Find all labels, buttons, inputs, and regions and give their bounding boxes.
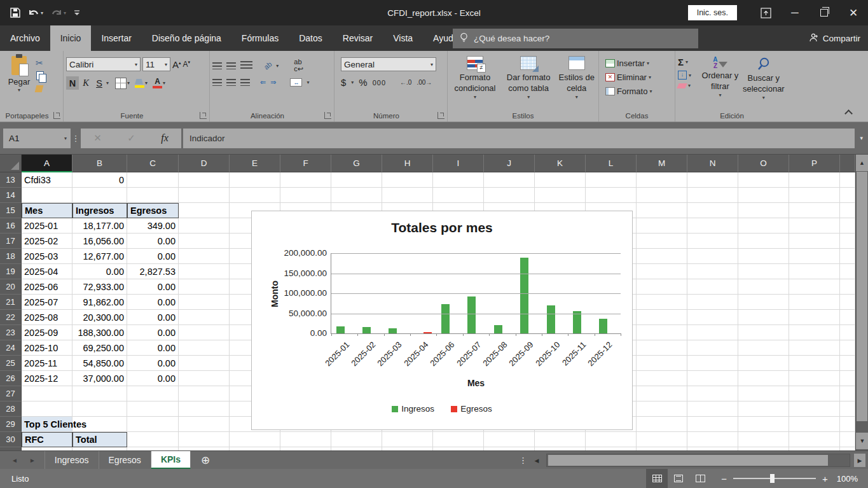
cell-A23[interactable]: 2025-09 — [22, 325, 72, 340]
cell-C22[interactable]: 0.00 — [127, 310, 179, 325]
font-dialog-launcher[interactable] — [200, 112, 207, 119]
chart-bar-ingresos-2025-02[interactable] — [362, 327, 371, 333]
cell-O30[interactable] — [738, 432, 789, 447]
zoom-slider[interactable] — [733, 478, 816, 479]
alignment-dialog-launcher[interactable] — [324, 112, 331, 119]
column-header-B[interactable]: B — [72, 155, 127, 172]
row-header-23[interactable]: 23 — [0, 325, 22, 340]
borders-icon[interactable] — [115, 78, 127, 89]
cell-D19[interactable] — [179, 264, 230, 279]
cell-M30[interactable] — [637, 432, 687, 447]
save-icon[interactable] — [10, 8, 20, 18]
chart-bar-ingresos-2025-10[interactable] — [547, 305, 555, 333]
cell-N26[interactable] — [687, 371, 738, 386]
cell-A17[interactable]: 2025-02 — [22, 234, 72, 249]
cell-P14[interactable] — [789, 188, 840, 203]
row-header-21[interactable]: 21 — [0, 295, 22, 310]
clipboard-dialog-launcher[interactable] — [53, 112, 60, 119]
column-header-D[interactable]: D — [179, 155, 230, 172]
align-middle-icon[interactable] — [226, 62, 236, 69]
font-size-select[interactable]: 11▾ — [142, 57, 170, 71]
redo-button[interactable]: ▾ — [51, 8, 66, 17]
ribbon-tab-datos[interactable]: Datos — [289, 25, 333, 51]
column-header-N[interactable]: N — [687, 155, 738, 172]
horizontal-scrollbar[interactable]: ⋮ ◀ ▶ — [519, 451, 865, 470]
increase-decimal-icon[interactable]: ←.0 — [400, 79, 411, 86]
cell-M20[interactable] — [637, 279, 687, 295]
cell-A28[interactable] — [22, 401, 72, 417]
cell-E14[interactable] — [230, 188, 280, 203]
row-header-22[interactable]: 22 — [0, 310, 22, 325]
find-select-button[interactable]: Buscar y seleccionar ▾ — [741, 57, 786, 101]
cell-H30[interactable] — [382, 432, 433, 447]
cell-M29[interactable] — [637, 417, 687, 432]
tab-split-handle-icon[interactable]: ⋮ — [519, 456, 527, 465]
cell-A13[interactable]: Cfdi33 — [22, 172, 72, 188]
column-header-O[interactable]: O — [738, 155, 789, 172]
cell-N29[interactable] — [687, 417, 738, 432]
page-break-view-button[interactable] — [689, 469, 711, 488]
cell-M15[interactable] — [637, 203, 687, 218]
cell-O29[interactable] — [738, 417, 789, 432]
cell-A18[interactable]: 2025-03 — [22, 249, 72, 264]
formula-bar-expand-icon[interactable]: ▾ — [855, 135, 868, 141]
scroll-down-icon[interactable]: ▼ — [856, 433, 868, 449]
cell-N25[interactable] — [687, 356, 738, 371]
clear-button[interactable]: ▾ — [678, 83, 699, 88]
cell-I14[interactable] — [433, 188, 484, 203]
name-box[interactable]: A1 ▾ — [3, 129, 71, 148]
cell-N16[interactable] — [687, 218, 738, 234]
column-header-H[interactable]: H — [382, 155, 433, 172]
cell-C14[interactable] — [127, 188, 179, 203]
legend-item-ingresos[interactable]: Ingresos — [392, 404, 434, 414]
delete-cells-button[interactable]: ✕ Eliminar▾ — [605, 73, 672, 82]
cell-M23[interactable] — [637, 325, 687, 340]
cell-M27[interactable] — [637, 386, 687, 401]
cell-M18[interactable] — [637, 249, 687, 264]
cell-H14[interactable] — [382, 188, 433, 203]
cell-B14[interactable] — [72, 188, 127, 203]
cell-L14[interactable] — [586, 188, 637, 203]
cell-P25[interactable] — [789, 356, 840, 371]
cell-O25[interactable] — [738, 356, 789, 371]
underline-dropdown-icon[interactable]: ▾ — [106, 80, 109, 86]
currency-format-icon[interactable]: $ — [341, 77, 346, 88]
row-header-24[interactable]: 24 — [0, 340, 22, 356]
cell-M13[interactable] — [637, 172, 687, 188]
vertical-scrollbar[interactable]: ▲ ▼ — [855, 155, 868, 450]
cell-N30[interactable] — [687, 432, 738, 447]
cell-C21[interactable]: 0.00 — [127, 295, 179, 310]
ribbon-tab-f-rmulas[interactable]: Fórmulas — [231, 25, 289, 51]
cell-B16[interactable]: 18,177.00 — [72, 218, 127, 234]
cell-H13[interactable] — [382, 172, 433, 188]
row-header-14[interactable]: 14 — [0, 188, 22, 203]
decrease-font-icon[interactable]: A▾ — [183, 60, 191, 69]
scroll-right-icon[interactable]: ▶ — [854, 454, 865, 467]
cell-M28[interactable] — [637, 401, 687, 417]
cell-D26[interactable] — [179, 371, 230, 386]
row-header-18[interactable]: 18 — [0, 249, 22, 264]
cell-I13[interactable] — [433, 172, 484, 188]
cell-O22[interactable] — [738, 310, 789, 325]
cell-O21[interactable] — [738, 295, 789, 310]
cell-E30[interactable] — [230, 432, 280, 447]
cell-N24[interactable] — [687, 340, 738, 356]
cell-C17[interactable]: 0.00 — [127, 234, 179, 249]
increase-indent-icon[interactable]: ⇒ — [270, 78, 276, 87]
scroll-up-icon[interactable]: ▲ — [856, 155, 868, 171]
align-top-icon[interactable] — [212, 62, 222, 69]
number-format-select[interactable]: General▾ — [341, 57, 436, 71]
cell-P17[interactable] — [789, 234, 840, 249]
column-header-K[interactable]: K — [535, 155, 586, 172]
cell-B27[interactable] — [72, 386, 127, 401]
cell-C28[interactable] — [127, 401, 179, 417]
horizontal-scroll-thumb[interactable] — [548, 455, 828, 466]
cell-P23[interactable] — [789, 325, 840, 340]
row-header-19[interactable]: 19 — [0, 264, 22, 279]
cell-A24[interactable]: 2025-10 — [22, 340, 72, 356]
row-header-30[interactable]: 30 — [0, 432, 22, 447]
paste-button[interactable]: Pegar ▾ — [3, 53, 36, 94]
horizontal-scroll-track[interactable] — [546, 454, 850, 467]
cell-D29[interactable] — [179, 417, 230, 432]
cell-F30[interactable] — [280, 432, 331, 447]
